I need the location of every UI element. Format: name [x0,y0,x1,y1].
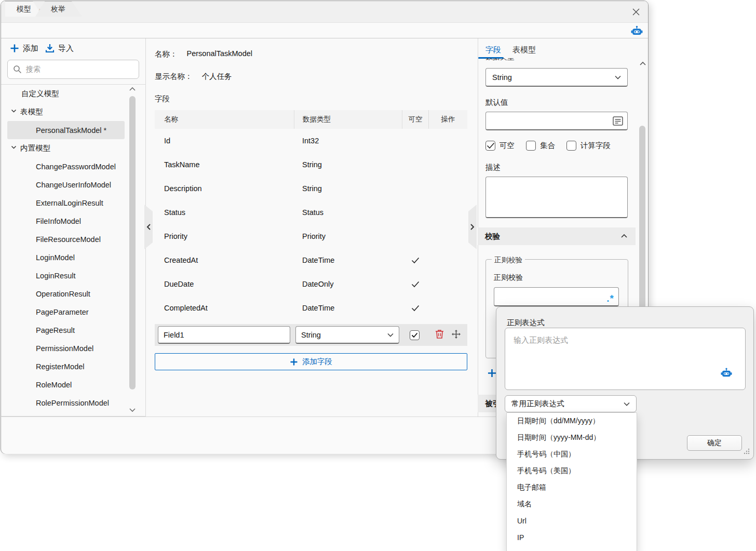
flag-label: 集合 [540,141,555,151]
new-field-name-input[interactable] [158,326,290,344]
table-row[interactable]: StatusStatus [155,200,467,224]
validation-section-header[interactable]: 校验 [478,227,636,245]
field-type-cell: DateOnly [294,280,402,288]
table-row[interactable]: DescriptionString [155,177,467,200]
tree-item-label: 内置模型 [20,143,50,153]
dropdown-option[interactable]: 手机号码（中国） [507,446,637,463]
collapse-section-button[interactable] [639,60,647,70]
tree-item[interactable]: RoleModel [7,375,125,394]
model-name-value[interactable]: PersonalTaskModel [187,49,253,59]
field-nullable-cell [402,281,428,288]
table-row[interactable]: DueDateDateOnly [155,272,467,296]
common-regex-select[interactable]: 常用正则表达式 [505,395,637,412]
ai-assistant-button[interactable] [630,24,643,39]
table-row[interactable]: CompletedAtDateTime [155,296,467,320]
collapse-right-panel-handle[interactable] [468,205,477,249]
tree-scrollbar-thumb[interactable] [129,96,136,389]
dropdown-option[interactable]: IP [507,529,637,546]
tree-item[interactable]: ExternalLoginResult [7,194,125,212]
tree-item[interactable]: PageResult [7,321,125,339]
tree-item[interactable]: 内置模型 [7,139,125,157]
dropdown-option[interactable]: 域名 [507,496,637,513]
ok-button[interactable]: 确定 [687,435,742,451]
model-display-name-value[interactable]: 个人任务 [202,72,232,82]
tree-item[interactable]: FileResourceModel [7,230,125,248]
screen: 自定义数据结构* 模型 枚举 添加 [0,0,756,551]
chevron-down-icon[interactable] [10,144,17,152]
robot-icon [630,24,643,37]
inspector-tab-field[interactable]: 字段 [485,45,501,55]
inspector-tab-table-model[interactable]: 表模型 [512,45,536,55]
tree-item[interactable]: RolePermissionModel [7,394,125,412]
data-type-label-clipped: 数据类型 [485,58,548,62]
check-icon [411,281,420,288]
search-input[interactable]: 搜索 [7,60,139,79]
flag-option: 可空 [485,141,515,151]
chevron-left-icon [146,223,151,231]
field-type-cell: Priority [294,232,402,240]
regex-icon: .* [606,293,614,304]
dropdown-option[interactable]: 日期时间（dd/MM/yyyy） [507,413,637,429]
collapse-left-panel-handle[interactable] [144,205,153,249]
tree-scroll-down-button[interactable] [128,406,137,415]
import-model-button[interactable]: 导入 [45,43,74,53]
new-field-nullable-checkbox[interactable] [410,330,420,340]
field-type-cell: DateTime [294,304,402,312]
data-type-select[interactable]: String [485,68,628,87]
tree-item[interactable]: FileInfoModel [7,212,125,230]
default-value-input[interactable] [485,112,628,130]
delete-field-button[interactable] [435,329,444,341]
fields-table: 名称 数据类型 可空 操作 IdInt32TaskNameStringDescr… [155,110,467,320]
dropdown-option[interactable]: Url [507,513,637,529]
tree-item[interactable]: LoginModel [7,248,125,266]
field-type-cell: Int32 [294,137,402,145]
new-field-type-select[interactable]: String [295,326,399,344]
title-bar [1,1,648,23]
table-row[interactable]: TaskNameString [155,153,467,177]
field-flags-row: 可空集合计算字段 [485,141,617,151]
plus-icon [9,43,20,53]
tree-item[interactable]: PageParameter [7,303,125,321]
flag-checkbox[interactable] [566,141,576,151]
tree-item[interactable]: PersonalTaskModel * [7,121,125,139]
regex-validation-input[interactable]: .* [494,287,619,306]
table-row[interactable]: CreatedAtDateTime [155,248,467,272]
tree-item[interactable]: 自定义模型 [7,85,125,103]
tree-item-label: RegisterModel [36,362,85,371]
dropdown-option[interactable]: 日期时间（yyyy-MM-dd） [507,429,637,446]
table-row[interactable]: IdInt32 [155,129,467,153]
add-model-button[interactable]: 添加 [9,43,38,53]
tree-item[interactable]: PermissionModel [7,339,125,357]
table-row[interactable]: PriorityPriority [155,224,467,248]
flag-label: 计算字段 [580,141,611,151]
tree-item[interactable]: ChangeUserInfoModel [7,176,125,194]
tree-item[interactable]: OperationResult [7,285,125,303]
model-tree: 自定义模型表模型PersonalTaskModel *内置模型ChangePas… [1,84,145,416]
ai-generate-regex-button[interactable] [720,367,733,381]
check-icon [487,142,495,149]
add-field-label: 添加字段 [302,357,332,367]
resize-grip[interactable] [743,448,750,457]
move-field-handle[interactable] [451,329,461,341]
close-button[interactable] [627,5,645,19]
chevron-down-icon[interactable] [10,107,17,116]
tree-item[interactable]: LoginResult [7,266,125,285]
dropdown-option[interactable]: 手机号码（美国） [507,463,637,479]
tree-scroll-up-button[interactable] [128,86,137,95]
flag-checkbox[interactable] [485,141,495,151]
tree-item[interactable]: ChangePasswordModel [7,157,125,176]
tree-item[interactable]: RegisterModel [7,357,125,375]
flag-checkbox[interactable] [526,141,536,151]
dropdown-option[interactable]: 电子邮箱 [507,479,637,496]
check-icon [411,305,420,312]
tree-item-label: ChangePasswordModel [36,163,116,171]
tree-item[interactable]: 表模型 [7,103,125,121]
description-textarea[interactable] [485,177,628,218]
search-icon [13,65,22,74]
chevron-up-icon [620,233,628,240]
tree-item-label: LoginResult [36,272,76,280]
check-icon [411,332,418,338]
regex-expression-textarea[interactable]: 输入正则表达式 [505,328,746,390]
add-field-button[interactable]: 添加字段 [155,353,467,370]
tree-item-label: 自定义模型 [21,89,59,99]
